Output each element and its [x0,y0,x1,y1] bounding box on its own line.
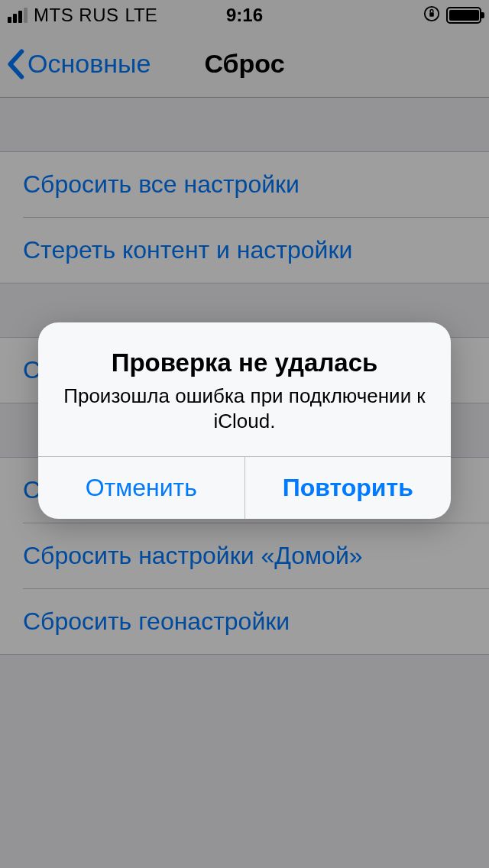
retry-button[interactable]: Повторить [244,457,452,519]
alert-dialog: Проверка не удалась Произошла ошибка при… [38,322,451,519]
cancel-label: Отменить [86,474,197,501]
alert-title: Проверка не удалась [61,348,428,377]
cancel-button[interactable]: Отменить [38,457,244,519]
retry-label: Повторить [283,474,413,501]
alert-message: Произошла ошибка при подключении к iClou… [61,384,428,433]
